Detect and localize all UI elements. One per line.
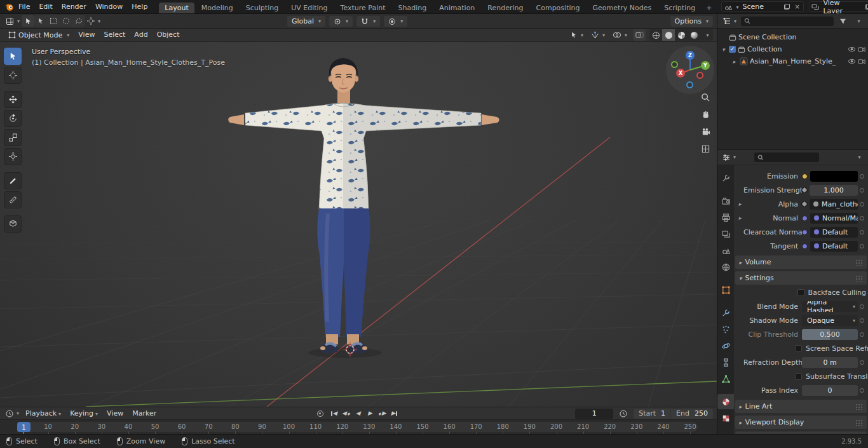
tab-texture-paint[interactable]: Texture Paint: [335, 3, 391, 14]
decorator-dot[interactable]: [858, 388, 866, 393]
frame-end-field[interactable]: End250: [671, 409, 713, 419]
gizmo-z-axis[interactable]: Z: [686, 51, 695, 60]
panel-grip[interactable]: [855, 259, 863, 266]
tool-scale[interactable]: [4, 129, 22, 146]
gizmo-y-axis[interactable]: Y: [701, 61, 710, 70]
tab-sculpting[interactable]: Sculpting: [240, 3, 284, 14]
outliner-row-object[interactable]: ▸ Asian_Man_Home_Style_: [717, 55, 868, 67]
new-scene-button[interactable]: [783, 3, 791, 11]
viewport-3d[interactable]: User Perspective (1) Collection | Asian_…: [0, 42, 717, 407]
object-visibility-dropdown[interactable]: [568, 29, 585, 41]
scene-selector[interactable]: Scene ×: [721, 1, 803, 12]
outliner-editor-type-button[interactable]: [721, 15, 738, 27]
mode-dropdown[interactable]: Object Mode: [4, 30, 74, 41]
pass-index-field[interactable]: 0: [802, 385, 858, 396]
tool-measure[interactable]: [4, 191, 22, 208]
navigation-gizmo[interactable]: Z X Y: [666, 46, 714, 94]
properties-tab-constraints[interactable]: [717, 355, 734, 370]
properties-tab-object[interactable]: [717, 282, 734, 297]
select-tweak-button[interactable]: [34, 15, 47, 27]
tab-shading[interactable]: Shading: [393, 3, 433, 14]
properties-options-dropdown[interactable]: [852, 152, 865, 163]
tool-annotate[interactable]: [4, 172, 22, 189]
panel-grip[interactable]: [855, 404, 863, 410]
menu-view[interactable]: View: [74, 29, 99, 41]
menu-marker[interactable]: Marker: [128, 407, 161, 420]
section-settings[interactable]: ▾ Settings: [735, 271, 867, 285]
properties-tab-output[interactable]: [717, 210, 734, 225]
viewport-canvas[interactable]: [0, 42, 717, 407]
play-button[interactable]: ▶: [365, 409, 376, 419]
outliner-row-collection[interactable]: ▾ ✓ Collection: [717, 43, 868, 55]
transform-orientation-dropdown[interactable]: Global: [287, 16, 325, 27]
select-circle-button[interactable]: [60, 15, 72, 27]
shadow-mode-dropdown[interactable]: Opaque: [802, 315, 858, 326]
scene-dropdown-arrow[interactable]: [734, 3, 738, 11]
tab-layout[interactable]: Layout: [159, 3, 194, 14]
decorator-dot[interactable]: [858, 332, 866, 337]
properties-tab-object-data[interactable]: [717, 371, 734, 386]
decorator-dot[interactable]: [858, 202, 866, 207]
play-reverse-button[interactable]: ◀: [353, 409, 363, 419]
outliner-row-scene-collection[interactable]: Scene Collection: [717, 31, 868, 43]
properties-search-input[interactable]: [754, 153, 819, 162]
collection-expand-arrow[interactable]: ▾: [720, 46, 727, 53]
gizmo-x-neg[interactable]: [696, 72, 703, 79]
clearcoat-normal-field[interactable]: Default: [810, 227, 858, 238]
properties-tab-physics[interactable]: [717, 338, 734, 353]
xray-toggle[interactable]: [633, 29, 646, 41]
decorator-dot[interactable]: [858, 360, 866, 365]
hide-viewport-eye-icon[interactable]: [848, 46, 856, 53]
decorator-dot[interactable]: [858, 230, 866, 234]
pan-hand-icon[interactable]: [699, 109, 712, 120]
use-preview-range-clock-icon[interactable]: [617, 408, 630, 419]
view-layer-selector[interactable]: View Layer: [809, 1, 868, 12]
zoom-icon[interactable]: [699, 92, 712, 103]
filter-icon[interactable]: [836, 15, 849, 27]
menu-select[interactable]: Select: [99, 29, 130, 41]
cursor-tool-button[interactable]: [85, 15, 102, 27]
shading-solid-button[interactable]: [662, 29, 675, 41]
gizmo-x-axis[interactable]: X: [676, 69, 685, 78]
decorator-dot[interactable]: [858, 216, 866, 221]
properties-editor-type-button[interactable]: [721, 152, 738, 163]
proportional-editing-button[interactable]: [384, 16, 407, 27]
next-keyframe-button[interactable]: ◆▶: [377, 409, 388, 419]
tab-scripting[interactable]: Scripting: [658, 3, 701, 14]
tool-move[interactable]: [4, 91, 22, 108]
pivot-point-dropdown[interactable]: [329, 16, 353, 27]
properties-tab-world[interactable]: [717, 259, 734, 275]
outliner-options-dropdown[interactable]: [851, 15, 864, 27]
decorator-dot[interactable]: [858, 318, 866, 323]
normal-value-field[interactable]: Normal/Map: [810, 213, 858, 224]
menu-playback[interactable]: Playback: [21, 407, 65, 420]
character-asian-man-t-pose[interactable]: [228, 58, 499, 358]
decorator-dot[interactable]: [858, 304, 866, 309]
panel-grip[interactable]: [855, 275, 863, 282]
properties-tab-texture[interactable]: [717, 411, 734, 426]
properties-tab-modifiers[interactable]: [717, 305, 734, 320]
ortho-toggle-icon[interactable]: [699, 143, 712, 154]
refraction-depth-field[interactable]: 0 m: [802, 357, 858, 368]
tool-cursor[interactable]: [4, 67, 22, 84]
gizmos-dropdown[interactable]: [589, 29, 607, 41]
tangent-field[interactable]: Default: [810, 241, 858, 252]
menu-object[interactable]: Object: [153, 29, 184, 41]
disable-render-camera-icon[interactable]: [858, 58, 865, 65]
section-line-art[interactable]: ▸ Line Art: [735, 400, 867, 413]
backface-culling-checkbox[interactable]: [797, 289, 804, 296]
tab-rendering[interactable]: Rendering: [482, 3, 529, 14]
blend-mode-dropdown[interactable]: Alpha Hashed: [802, 301, 858, 312]
tab-geometry-nodes[interactable]: Geometry Nodes: [587, 3, 657, 14]
tab-compositing[interactable]: Compositing: [531, 3, 586, 14]
gizmo-z-neg[interactable]: [686, 81, 693, 88]
scene-name[interactable]: Scene: [740, 3, 781, 11]
properties-tab-particles[interactable]: [717, 322, 734, 337]
disable-render-camera-icon[interactable]: [858, 46, 865, 53]
camera-view-icon[interactable]: [699, 126, 712, 137]
menu-help[interactable]: Help: [127, 0, 152, 13]
prev-keyframe-button[interactable]: ◀◆: [341, 409, 351, 419]
menu-file[interactable]: File: [14, 0, 34, 13]
screen-space-refraction-checkbox[interactable]: [795, 345, 802, 352]
jump-to-end-button[interactable]: ▶: [389, 409, 400, 419]
